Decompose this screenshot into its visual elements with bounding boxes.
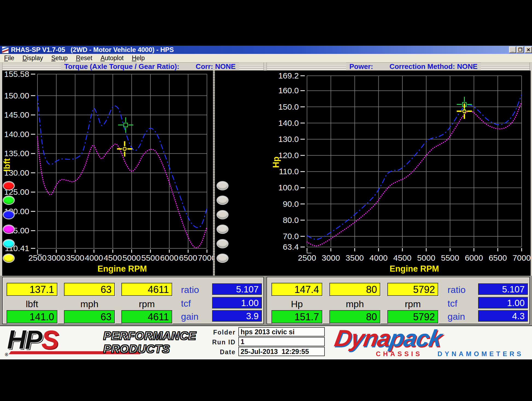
power-baseline-value: 147.4 [271,283,322,296]
power-gain-value: 4.3 [478,310,528,322]
torque-swatch-button-1[interactable] [3,181,15,190]
power-header-title: Power: [349,62,373,71]
svg-text:80.0: 80.0 [283,216,299,225]
svg-text:4500: 4500 [393,253,412,262]
power-ratio-value: 5.107 [478,283,528,295]
folder-input[interactable] [238,327,325,336]
dynapack-pack: pack [388,325,444,351]
torque-current-mph: 63 [64,310,115,323]
svg-text:5000: 5000 [122,253,141,262]
power-readout-panel: 147.4 80 5792 Hp mph rpm 151.7 80 5792 r… [267,277,530,324]
window-title: RHAS-SP V1.7-05 (2WD - Motor Vehicle 400… [11,46,174,54]
svg-text:Engine RPM: Engine RPM [390,264,439,274]
power-swatch-button-5[interactable] [217,239,229,248]
power-chart-panel: 169.2160.0150.0140.0130.0120.0110.0100.0… [215,71,531,276]
menu-autoplot[interactable]: Autoplot [97,54,128,62]
tcf-label: tcf [181,298,211,309]
dynapack-dyna: Dyna [333,325,393,351]
panel-splitter[interactable] [213,71,215,276]
tcf-label: tcf [448,298,478,309]
restore-button[interactable]: ❐ [517,47,524,53]
gain-label: gain [181,311,211,322]
svg-text:140.0: 140.0 [278,118,299,127]
svg-text:4000: 4000 [85,253,103,262]
torque-readout-panel: 137.1 63 4611 lbft mph rpm 141.0 63 4611… [2,277,264,324]
torque-baseline-value: 137.1 [7,283,57,296]
hps-logo: HPS ® PERFORMANCE PRODUCTS [7,327,59,352]
svg-text:6000: 6000 [465,253,483,262]
dynapack-logo: Dynapack CHASSIS DYNAMOMETERS [335,327,524,350]
svg-text:135.00: 135.00 [4,149,29,158]
svg-text:140.00: 140.00 [4,130,29,139]
dynapack-dynamometers: DYNAMOMETERS [437,350,524,358]
torque-swatch-button-3[interactable] [3,210,15,219]
run-id-label: Run ID [189,339,236,346]
mph-unit-label: mph [329,299,380,309]
torque-unit-label: lbft [7,299,57,309]
footer-bar: HPS ® PERFORMANCE PRODUCTS Folder Run ID… [0,326,532,359]
date-input[interactable] [238,347,325,356]
torque-baseline-mph: 63 [64,283,115,296]
svg-text:6000: 6000 [160,253,179,262]
svg-text:lbft: lbft [2,158,12,172]
power-chart[interactable]: 169.2160.0150.0140.0130.0120.0110.0100.0… [215,71,531,276]
menu-help[interactable]: Help [128,54,149,62]
dynapack-chassis: CHASSIS [376,350,422,358]
svg-text:6500: 6500 [489,253,507,262]
run-id-input[interactable] [238,337,325,346]
svg-text:169.2: 169.2 [278,71,299,80]
torque-swatch-button-6[interactable] [3,254,15,263]
torque-current-rpm: 4611 [121,310,172,323]
torque-current-value: 141.0 [7,310,57,323]
torque-swatch-button-2[interactable] [3,196,15,205]
readout-row: 137.1 63 4611 lbft mph rpm 141.0 63 4611… [0,276,532,326]
torque-header-label: Torque (Axle Torque / Gear Ratio):Corr: … [61,63,239,70]
minimize-button[interactable]: _ [509,47,516,53]
power-header-strip: Power:Correction Method: NONE [267,62,530,71]
power-swatch-button-1[interactable] [217,181,229,190]
svg-text:5000: 5000 [417,253,435,262]
registered-mark: ® [5,352,8,357]
torque-tcf-value: 1.00 [212,297,262,309]
svg-text:145.00: 145.00 [4,110,29,119]
torque-chart[interactable]: 155.58150.00145.00140.00135.00130.00125.… [2,71,213,276]
svg-text:3000: 3000 [47,253,66,262]
menu-setup[interactable]: Setup [47,54,72,62]
power-swatch-button-4[interactable] [217,225,229,234]
power-baseline-rpm: 5792 [387,283,438,296]
torque-gain-value: 3.9 [212,310,262,322]
menu-reset[interactable]: Reset [72,54,97,62]
power-corr-label: Correction Method: NONE [390,62,478,71]
svg-text:150.00: 150.00 [4,91,29,100]
hps-logo-s: S [41,325,59,354]
torque-swatch-button-4[interactable] [3,225,15,234]
power-tcf-value: 1.00 [478,297,528,309]
torque-chart-panel: 155.58150.00145.00140.00135.00130.00125.… [2,71,213,276]
menu-file[interactable]: File [0,54,18,62]
mph-unit-label: mph [64,299,115,309]
dynapack-wordmark: Dynapack [333,327,526,350]
power-swatch-button-6[interactable] [217,254,229,263]
svg-text:70.0: 70.0 [283,232,299,241]
svg-text:155.58: 155.58 [4,71,29,79]
svg-text:3500: 3500 [66,253,84,262]
svg-text:5500: 5500 [441,253,459,262]
power-swatch-button-2[interactable] [217,196,229,205]
date-label: Date [189,348,236,356]
power-unit-label: Hp [271,299,322,309]
close-button[interactable]: ✕ [525,47,532,53]
svg-text:4500: 4500 [104,253,122,262]
svg-text:5500: 5500 [141,253,160,262]
hps-logo-performance: PERFORMANCE [103,329,196,342]
svg-text:3500: 3500 [346,253,364,262]
torque-ratio-value: 5.107 [212,283,262,295]
svg-text:4000: 4000 [369,253,388,262]
torque-swatch-button-5[interactable] [3,239,15,248]
power-current-value: 151.7 [271,310,322,323]
torque-trace-color-buttons [3,181,15,268]
power-trace-color-buttons [217,181,229,268]
power-swatch-button-3[interactable] [217,210,229,219]
power-current-mph: 80 [329,310,380,323]
menu-display[interactable]: Display [18,54,47,62]
power-current-rpm: 5792 [387,310,438,323]
